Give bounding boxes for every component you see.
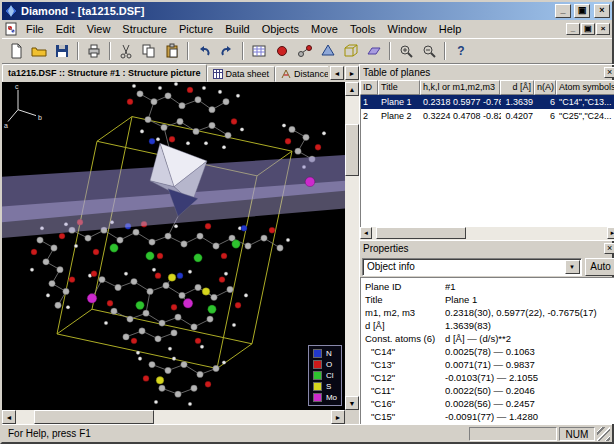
document-icon[interactable]	[4, 22, 18, 36]
redo-button[interactable]	[216, 40, 238, 62]
column-header-d[interactable]: d [Å]	[500, 80, 534, 95]
properties-toolbar: Object info ▼ Auto	[360, 256, 614, 277]
combo-dropdown-button[interactable]: ▼	[565, 260, 580, 274]
chevron-down-icon: ▼	[569, 264, 575, 270]
svg-text:b: b	[38, 114, 42, 121]
toolbar-separator	[444, 42, 446, 60]
vertical-scroll-track[interactable]	[345, 96, 359, 396]
minimize-button[interactable]: _	[555, 4, 571, 18]
scroll-right-button[interactable]: ►	[331, 410, 345, 424]
legend-item: S	[313, 382, 337, 391]
unit-cell-button[interactable]	[340, 40, 362, 62]
scroll-left-button[interactable]: ◄	[2, 410, 16, 424]
element-symbol: S	[326, 382, 331, 391]
column-header-title[interactable]: Title	[378, 80, 420, 95]
scroll-down-button[interactable]: ▼	[345, 396, 359, 410]
plane-button[interactable]	[363, 40, 385, 62]
structure-scene: cba	[2, 82, 345, 410]
menu-edit[interactable]: Edit	[50, 22, 81, 36]
planes-column-headers: ID Title h,k,l or m1,m2,m3 d [Å] n(A) At…	[360, 80, 614, 95]
data-table-button[interactable]	[248, 40, 270, 62]
close-button[interactable]: ×	[594, 4, 610, 18]
horizontal-scrollbar[interactable]: ◄ ►	[2, 410, 345, 424]
cut-button[interactable]	[115, 40, 137, 62]
help-icon: ?	[457, 44, 464, 58]
object-info-select[interactable]: Object info ▼	[362, 258, 582, 276]
planes-scroll-thumb[interactable]	[376, 227, 466, 239]
planes-scroll-right-button[interactable]: ►	[607, 227, 614, 239]
tab-scroll-left-button[interactable]: ◄	[330, 66, 344, 80]
menu-help[interactable]: Help	[433, 22, 468, 36]
close-properties-panel-button[interactable]: ×	[604, 243, 614, 254]
zoom-in-button[interactable]	[395, 40, 417, 62]
tab-data-sheet[interactable]: Data sheet	[207, 66, 276, 82]
atom-icon	[274, 43, 290, 59]
structure-viewport[interactable]: cba N O Cl S Mo	[2, 82, 345, 410]
element-color-swatch	[313, 371, 322, 380]
open-file-button[interactable]	[28, 40, 50, 62]
planes-scroll-track[interactable]	[372, 227, 607, 240]
horizontal-scroll-thumb[interactable]	[34, 410, 154, 424]
column-header-n[interactable]: n(A)	[534, 80, 556, 95]
column-header-atom-symbols[interactable]: Atom symbols	[556, 80, 614, 95]
resize-grip[interactable]	[597, 427, 610, 441]
undo-button[interactable]	[193, 40, 215, 62]
vertical-scroll-thumb[interactable]	[345, 124, 359, 176]
planes-scroll-left-button[interactable]: ◄	[360, 227, 372, 239]
mdi-close-button[interactable]: ×	[596, 23, 610, 35]
num-lock-indicator: NUM	[559, 427, 595, 441]
bond-icon	[297, 43, 313, 59]
property-row: "C14"0.0025(78) — 0.1063	[361, 345, 614, 358]
table-row-plane-1[interactable]: 1 Plane 1 0.2318 0.5977 -0.7675 1.3639 6…	[361, 95, 614, 109]
main-content: ta1215.DSF :: Structure #1 : Structure p…	[2, 64, 612, 424]
right-pane: Table of planes × ID Title h,k,l or m1,m…	[359, 64, 614, 424]
planes-horizontal-scrollbar[interactable]: ◄ ►	[360, 227, 614, 240]
save-file-button[interactable]	[51, 40, 73, 62]
scroll-up-button[interactable]: ▲	[345, 82, 359, 96]
svg-text:c: c	[15, 83, 19, 90]
copy-button[interactable]	[138, 40, 160, 62]
polyhedron-button[interactable]	[317, 40, 339, 62]
table-row-plane-2[interactable]: 2 Plane 2 0.3224 0.4708 -0.8212 0.4207 6…	[361, 109, 614, 123]
horizontal-scroll-track[interactable]	[16, 410, 331, 424]
structure-pane: ta1215.DSF :: Structure #1 : Structure p…	[2, 64, 359, 424]
toolbar-separator	[389, 42, 391, 60]
zoom-in-icon	[398, 43, 414, 59]
column-header-hkl[interactable]: h,k,l or m1,m2,m3	[420, 80, 500, 95]
atom-button[interactable]	[271, 40, 293, 62]
app-icon[interactable]	[4, 4, 18, 18]
new-document-button[interactable]	[5, 40, 27, 62]
print-icon	[86, 43, 102, 59]
maximize-button[interactable]: ▣	[574, 4, 590, 18]
menu-window[interactable]: Window	[382, 22, 433, 36]
property-row: TitlePlane 1	[361, 293, 614, 306]
bond-button[interactable]	[294, 40, 316, 62]
menu-move[interactable]: Move	[305, 22, 344, 36]
menu-view[interactable]: View	[81, 22, 117, 36]
mdi-minimize-button[interactable]: _	[566, 23, 580, 35]
menu-tools[interactable]: Tools	[344, 22, 382, 36]
print-button[interactable]	[83, 40, 105, 62]
menu-picture[interactable]: Picture	[173, 22, 219, 36]
scrollbar-corner	[345, 410, 359, 424]
column-header-id[interactable]: ID	[360, 80, 378, 95]
properties-list: Plane ID#1 TitlePlane 1 m1, m2, m30.2318…	[360, 277, 614, 424]
close-planes-panel-button[interactable]: ×	[604, 67, 614, 78]
zoom-out-button[interactable]	[418, 40, 440, 62]
menu-objects[interactable]: Objects	[256, 22, 305, 36]
vertical-scrollbar[interactable]: ▲ ▼	[345, 82, 359, 410]
titlebar[interactable]: Diamond - [ta1215.DSF] _ ▣ ×	[2, 2, 612, 20]
menu-build[interactable]: Build	[219, 22, 255, 36]
mdi-restore-button[interactable]: ▣	[581, 23, 595, 35]
tab-scroll-right-button[interactable]: ►	[345, 66, 359, 80]
paste-button[interactable]	[161, 40, 183, 62]
auto-button[interactable]: Auto	[585, 258, 614, 276]
tab-label: Data sheet	[226, 69, 270, 79]
scissors-icon	[118, 43, 134, 59]
element-legend[interactable]: N O Cl S Mo	[308, 345, 342, 406]
help-button[interactable]: ?	[450, 40, 472, 62]
menu-file[interactable]: File	[20, 22, 50, 36]
menu-structure[interactable]: Structure	[116, 22, 173, 36]
tab-structure-picture[interactable]: ta1215.DSF :: Structure #1 : Structure p…	[2, 64, 207, 82]
undo-arrow-icon	[196, 43, 212, 59]
